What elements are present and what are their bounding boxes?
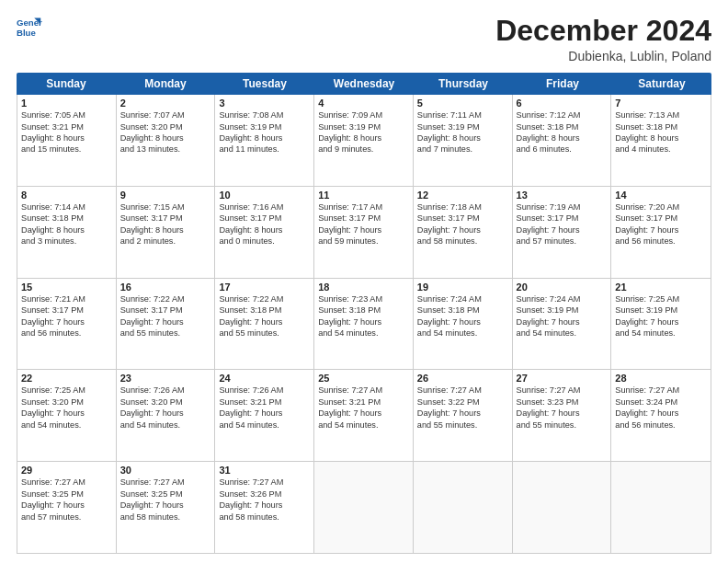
calendar-cell-r5-c3: 31Sunrise: 7:27 AMSunset: 3:26 PMDayligh… <box>215 462 314 553</box>
calendar: Sunday Monday Tuesday Wednesday Thursday… <box>17 73 711 554</box>
calendar-cell-r2-c1: 8Sunrise: 7:14 AMSunset: 3:18 PMDaylight… <box>17 187 117 278</box>
calendar-cell-r3-c4: 18Sunrise: 7:23 AMSunset: 3:18 PMDayligh… <box>314 279 414 370</box>
day-info: Sunrise: 7:22 AMSunset: 3:17 PMDaylight:… <box>120 293 211 339</box>
calendar-cell-r2-c7: 14Sunrise: 7:20 AMSunset: 3:17 PMDayligh… <box>611 187 711 278</box>
day-info: Sunrise: 7:08 AMSunset: 3:19 PMDaylight:… <box>219 109 310 155</box>
calendar-cell-r5-c6 <box>513 462 612 553</box>
day-number: 18 <box>318 282 409 293</box>
day-number: 19 <box>417 282 508 293</box>
month-title: December 2024 <box>495 15 711 47</box>
calendar-cell-r2-c3: 10Sunrise: 7:16 AMSunset: 3:17 PMDayligh… <box>215 187 314 278</box>
calendar-cell-r3-c3: 17Sunrise: 7:22 AMSunset: 3:18 PMDayligh… <box>215 279 314 370</box>
day-info: Sunrise: 7:25 AMSunset: 3:20 PMDaylight:… <box>21 385 112 431</box>
day-number: 21 <box>615 282 707 293</box>
day-number: 31 <box>219 465 310 476</box>
day-number: 30 <box>120 465 211 476</box>
day-info: Sunrise: 7:15 AMSunset: 3:17 PMDaylight:… <box>120 201 211 247</box>
calendar-cell-r1-c5: 5Sunrise: 7:11 AMSunset: 3:19 PMDaylight… <box>414 95 513 186</box>
day-number: 23 <box>120 373 211 384</box>
day-info: Sunrise: 7:27 AMSunset: 3:24 PMDaylight:… <box>615 385 707 431</box>
header: General Blue December 2024 Dubienka, Lub… <box>17 15 711 63</box>
calendar-cell-r5-c2: 30Sunrise: 7:27 AMSunset: 3:25 PMDayligh… <box>117 462 216 553</box>
day-number: 2 <box>120 98 211 109</box>
calendar-cell-r1-c1: 1Sunrise: 7:05 AMSunset: 3:21 PMDaylight… <box>17 95 117 186</box>
calendar-cell-r5-c5 <box>414 462 513 553</box>
day-info: Sunrise: 7:26 AMSunset: 3:21 PMDaylight:… <box>219 385 310 431</box>
subtitle: Dubienka, Lublin, Poland <box>495 49 711 63</box>
calendar-cell-r4-c3: 24Sunrise: 7:26 AMSunset: 3:21 PMDayligh… <box>215 370 314 461</box>
day-info: Sunrise: 7:27 AMSunset: 3:22 PMDaylight:… <box>417 385 508 431</box>
day-info: Sunrise: 7:18 AMSunset: 3:17 PMDaylight:… <box>417 201 508 247</box>
logo-icon: General Blue <box>17 15 42 40</box>
day-number: 16 <box>120 282 211 293</box>
calendar-cell-r2-c6: 13Sunrise: 7:19 AMSunset: 3:17 PMDayligh… <box>513 187 612 278</box>
day-number: 9 <box>120 190 211 201</box>
header-tuesday: Tuesday <box>215 73 314 95</box>
day-number: 17 <box>219 282 310 293</box>
day-info: Sunrise: 7:20 AMSunset: 3:17 PMDaylight:… <box>615 201 707 247</box>
day-number: 3 <box>219 98 310 109</box>
day-number: 26 <box>417 373 508 384</box>
calendar-row-2: 8Sunrise: 7:14 AMSunset: 3:18 PMDaylight… <box>17 187 711 279</box>
day-info: Sunrise: 7:19 AMSunset: 3:17 PMDaylight:… <box>517 201 608 247</box>
day-number: 10 <box>219 190 310 201</box>
calendar-header: Sunday Monday Tuesday Wednesday Thursday… <box>17 73 711 95</box>
header-saturday: Saturday <box>612 73 711 95</box>
calendar-cell-r2-c4: 11Sunrise: 7:17 AMSunset: 3:17 PMDayligh… <box>314 187 414 278</box>
day-number: 8 <box>21 190 112 201</box>
day-number: 15 <box>21 282 112 293</box>
calendar-body: 1Sunrise: 7:05 AMSunset: 3:21 PMDaylight… <box>17 95 711 554</box>
day-info: Sunrise: 7:27 AMSunset: 3:25 PMDaylight:… <box>120 477 211 523</box>
day-number: 11 <box>318 190 409 201</box>
day-info: Sunrise: 7:12 AMSunset: 3:18 PMDaylight:… <box>517 109 608 155</box>
calendar-cell-r2-c2: 9Sunrise: 7:15 AMSunset: 3:17 PMDaylight… <box>117 187 216 278</box>
calendar-cell-r1-c2: 2Sunrise: 7:07 AMSunset: 3:20 PMDaylight… <box>117 95 216 186</box>
calendar-cell-r1-c4: 4Sunrise: 7:09 AMSunset: 3:19 PMDaylight… <box>314 95 414 186</box>
calendar-cell-r1-c3: 3Sunrise: 7:08 AMSunset: 3:19 PMDaylight… <box>215 95 314 186</box>
day-info: Sunrise: 7:09 AMSunset: 3:19 PMDaylight:… <box>318 109 409 155</box>
day-info: Sunrise: 7:25 AMSunset: 3:19 PMDaylight:… <box>615 293 707 339</box>
calendar-cell-r1-c6: 6Sunrise: 7:12 AMSunset: 3:18 PMDaylight… <box>513 95 612 186</box>
svg-text:Blue: Blue <box>17 28 36 38</box>
day-number: 13 <box>517 190 608 201</box>
day-info: Sunrise: 7:27 AMSunset: 3:26 PMDaylight:… <box>219 477 310 523</box>
day-info: Sunrise: 7:07 AMSunset: 3:20 PMDaylight:… <box>120 109 211 155</box>
day-info: Sunrise: 7:14 AMSunset: 3:18 PMDaylight:… <box>21 201 112 247</box>
title-block: December 2024 Dubienka, Lublin, Poland <box>495 15 711 63</box>
day-number: 6 <box>517 98 608 109</box>
day-number: 4 <box>318 98 409 109</box>
calendar-row-5: 29Sunrise: 7:27 AMSunset: 3:25 PMDayligh… <box>17 462 711 553</box>
calendar-cell-r2-c5: 12Sunrise: 7:18 AMSunset: 3:17 PMDayligh… <box>414 187 513 278</box>
calendar-cell-r4-c1: 22Sunrise: 7:25 AMSunset: 3:20 PMDayligh… <box>17 370 117 461</box>
calendar-cell-r3-c6: 20Sunrise: 7:24 AMSunset: 3:19 PMDayligh… <box>513 279 612 370</box>
day-number: 28 <box>615 373 707 384</box>
day-number: 1 <box>21 98 112 109</box>
day-number: 22 <box>21 373 112 384</box>
day-info: Sunrise: 7:05 AMSunset: 3:21 PMDaylight:… <box>21 109 112 155</box>
calendar-row-4: 22Sunrise: 7:25 AMSunset: 3:20 PMDayligh… <box>17 370 711 462</box>
day-info: Sunrise: 7:17 AMSunset: 3:17 PMDaylight:… <box>318 201 409 247</box>
calendar-cell-r4-c6: 27Sunrise: 7:27 AMSunset: 3:23 PMDayligh… <box>513 370 612 461</box>
day-number: 7 <box>615 98 707 109</box>
day-number: 5 <box>417 98 508 109</box>
calendar-cell-r4-c2: 23Sunrise: 7:26 AMSunset: 3:20 PMDayligh… <box>117 370 216 461</box>
day-info: Sunrise: 7:11 AMSunset: 3:19 PMDaylight:… <box>417 109 508 155</box>
day-info: Sunrise: 7:13 AMSunset: 3:18 PMDaylight:… <box>615 109 707 155</box>
header-monday: Monday <box>116 73 215 95</box>
calendar-cell-r5-c1: 29Sunrise: 7:27 AMSunset: 3:25 PMDayligh… <box>17 462 117 553</box>
day-info: Sunrise: 7:27 AMSunset: 3:23 PMDaylight:… <box>517 385 608 431</box>
day-number: 27 <box>517 373 608 384</box>
page: General Blue December 2024 Dubienka, Lub… <box>0 0 728 563</box>
day-info: Sunrise: 7:27 AMSunset: 3:25 PMDaylight:… <box>21 477 112 523</box>
calendar-cell-r3-c5: 19Sunrise: 7:24 AMSunset: 3:18 PMDayligh… <box>414 279 513 370</box>
calendar-row-1: 1Sunrise: 7:05 AMSunset: 3:21 PMDaylight… <box>17 95 711 187</box>
header-thursday: Thursday <box>414 73 513 95</box>
day-info: Sunrise: 7:24 AMSunset: 3:19 PMDaylight:… <box>517 293 608 339</box>
calendar-cell-r4-c4: 25Sunrise: 7:27 AMSunset: 3:21 PMDayligh… <box>314 370 414 461</box>
day-number: 14 <box>615 190 707 201</box>
day-number: 29 <box>21 465 112 476</box>
day-info: Sunrise: 7:21 AMSunset: 3:17 PMDaylight:… <box>21 293 112 339</box>
day-info: Sunrise: 7:24 AMSunset: 3:18 PMDaylight:… <box>417 293 508 339</box>
calendar-cell-r1-c7: 7Sunrise: 7:13 AMSunset: 3:18 PMDaylight… <box>611 95 711 186</box>
day-info: Sunrise: 7:26 AMSunset: 3:20 PMDaylight:… <box>120 385 211 431</box>
